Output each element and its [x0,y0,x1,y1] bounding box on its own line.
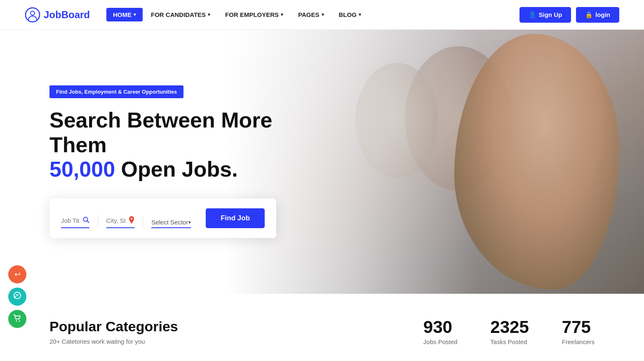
jobs-posted-label: Jobs Posted [423,338,458,345]
nav-blog[interactable]: BLOG ▾ [332,8,368,21]
user-icon: 👤 [529,11,536,19]
freelancers-label: Freelancers [562,338,595,345]
nav-links: HOME ▾ FOR CANDIDATES ▾ FOR EMPLOYERS ▾ … [106,8,519,21]
popular-categories-title: Popular Categories [49,319,423,335]
lock-icon: 🔒 [585,11,593,19]
keyword-input[interactable] [61,215,80,226]
freelancers-number: 775 [562,319,591,336]
tasks-posted-number: 2325 [490,319,529,336]
nav-employers[interactable]: FOR EMPLOYERS ▾ [219,8,290,21]
floating-buttons: ↩ [8,265,26,328]
svg-point-9 [16,320,17,321]
logo-icon [25,7,40,23]
navbar: JobBoard HOME ▾ FOR CANDIDATES ▾ FOR EMP… [0,0,644,30]
nav-candidates[interactable]: FOR CANDIDATES ▾ [144,8,217,21]
svg-point-10 [19,320,20,321]
signup-button[interactable]: 👤 Sign Up [519,7,571,23]
jobs-posted-number: 930 [423,319,452,336]
candidates-chevron-icon: ▾ [208,12,210,17]
employers-chevron-icon: ▾ [281,12,283,17]
sector-field: Select Sector Technology Healthcare Fina… [151,219,199,228]
find-job-button[interactable]: Find Job [206,208,265,228]
location-input[interactable] [106,215,126,226]
nav-pages[interactable]: PAGES ▾ [291,8,330,21]
nav-home[interactable]: HOME ▾ [106,8,143,21]
jobs-count: 50,000 [49,157,115,181]
sector-chevron-icon: ▾ [188,219,191,225]
bottom-section: Popular Categories 20+ Catetories work w… [0,294,644,361]
tasks-posted-label: Tasks Posted [490,338,527,345]
stat-tasks-posted: 2325 Tasks Posted [490,319,529,345]
hero-content: Find Jobs, Employment & Career Opportuni… [0,52,309,271]
stat-jobs-posted: 930 Jobs Posted [423,319,458,345]
chat-button[interactable] [8,288,26,306]
pages-chevron-icon: ▾ [322,12,324,17]
hero-tag: Find Jobs, Employment & Career Opportuni… [49,85,183,98]
hero-section: Find Jobs, Employment & Career Opportuni… [0,30,644,294]
nav-actions: 👤 Sign Up 🔒 login [519,7,620,23]
svg-point-5 [131,218,132,219]
svg-point-1 [31,11,35,15]
login-button[interactable]: 🔒 login [576,7,619,23]
hero-title: Search Between More Them 50,000 Open Job… [49,108,276,182]
share-button[interactable]: ↩ [8,265,26,283]
search-box: Select Sector Technology Healthcare Fina… [49,198,276,238]
keyword-field [61,215,98,228]
location-pin-icon [129,216,134,225]
chat-icon [13,291,22,302]
location-field [106,215,143,228]
blog-chevron-icon: ▾ [359,12,361,17]
cart-button[interactable] [8,310,26,328]
stats-row: 930 Jobs Posted 2325 Tasks Posted 775 Fr… [423,319,595,345]
svg-line-4 [87,221,89,222]
cart-icon [13,314,22,325]
popular-categories-subtitle: 20+ Catetories work wating for you [49,338,423,345]
popular-categories: Popular Categories 20+ Catetories work w… [49,319,423,345]
search-icon [83,217,89,225]
sector-select[interactable]: Select Sector Technology Healthcare Fina… [151,219,188,226]
logo[interactable]: JobBoard [25,7,90,23]
logo-text: JobBoard [44,9,90,21]
home-chevron-icon: ▾ [134,12,136,17]
share-icon: ↩ [14,270,21,279]
stat-freelancers: 775 Freelancers [562,319,595,345]
